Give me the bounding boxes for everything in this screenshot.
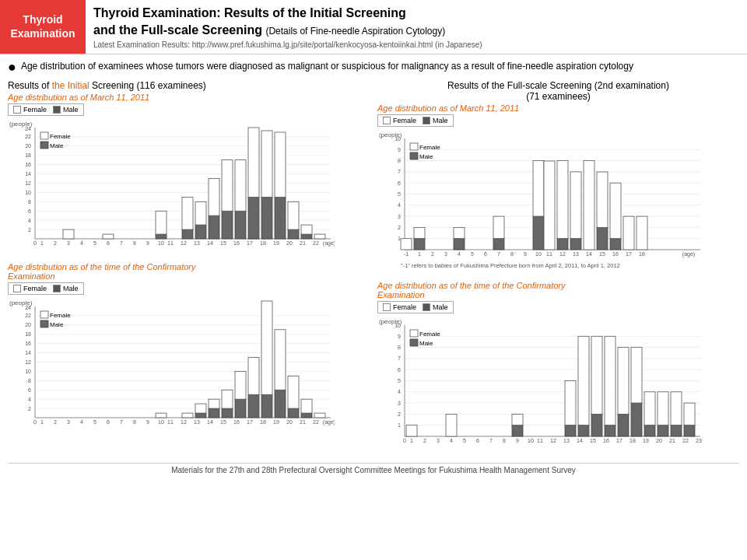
svg-text:(age): (age) — [682, 251, 695, 257]
svg-rect-255 — [544, 161, 555, 250]
svg-text:9: 9 — [398, 147, 401, 152]
svg-text:18: 18 — [630, 438, 636, 443]
svg-text:20: 20 — [286, 419, 293, 425]
chart-initial-march: Age distribution as of March 11, 2011 Fe… — [8, 93, 370, 256]
svg-rect-259 — [570, 172, 581, 239]
svg-text:3: 3 — [437, 438, 440, 443]
svg-text:7: 7 — [120, 240, 123, 246]
svg-text:6: 6 — [107, 240, 110, 246]
svg-rect-121 — [288, 202, 299, 230]
svg-text:4: 4 — [450, 438, 453, 443]
svg-rect-315 — [410, 330, 418, 337]
svg-text:10: 10 — [395, 323, 401, 328]
legend-initial-2: Female Male — [8, 282, 84, 295]
svg-rect-250 — [454, 228, 465, 239]
legend-female: Female — [13, 106, 47, 114]
svg-text:20: 20 — [286, 240, 293, 246]
svg-rect-189 — [248, 395, 259, 418]
svg-rect-119 — [275, 132, 286, 198]
svg-text:6: 6 — [476, 438, 479, 443]
svg-text:2: 2 — [28, 227, 31, 233]
svg-rect-341 — [684, 425, 695, 436]
svg-text:8: 8 — [133, 419, 136, 425]
svg-text:16: 16 — [233, 240, 240, 246]
svg-text:5: 5 — [471, 251, 474, 257]
chart-overlay-initial-1: (people) 2 4 6 8 — [8, 118, 370, 256]
svg-text:16: 16 — [25, 341, 31, 346]
svg-text:15: 15 — [220, 419, 226, 425]
legend-female-2: Female — [13, 285, 47, 292]
svg-text:9: 9 — [146, 240, 149, 246]
svg-text:12: 12 — [25, 359, 31, 365]
svg-text:3: 3 — [67, 419, 70, 425]
svg-text:6: 6 — [398, 180, 401, 186]
female-box-3 — [383, 117, 391, 124]
svg-text:2: 2 — [423, 438, 426, 443]
male-box-3 — [423, 117, 430, 124]
svg-text:14: 14 — [25, 350, 31, 355]
svg-text:Female: Female — [50, 133, 71, 140]
legend-male-4: Male — [423, 303, 448, 311]
initial-screening-col: Results of the Initial Screening (116 ex… — [8, 80, 370, 460]
svg-text:5: 5 — [463, 438, 466, 443]
svg-text:4: 4 — [80, 240, 83, 246]
svg-rect-263 — [610, 239, 621, 250]
header: ThyroidExamination Thyroid Examination: … — [0, 0, 747, 54]
svg-text:21: 21 — [300, 419, 306, 425]
svg-text:24: 24 — [25, 126, 31, 131]
svg-text:6: 6 — [484, 251, 487, 257]
svg-rect-186 — [222, 390, 233, 409]
svg-rect-114 — [248, 198, 259, 240]
svg-text:Female: Female — [419, 144, 440, 151]
svg-text:3: 3 — [444, 251, 447, 257]
main-content: ● Age distribution of examinees whose tu… — [0, 54, 747, 480]
svg-text:1: 1 — [410, 438, 413, 443]
svg-text:16: 16 — [233, 419, 240, 425]
chart-fullscale-march-title: Age distribution as of March 11, 2011 — [377, 103, 739, 113]
svg-rect-183 — [209, 408, 219, 418]
svg-rect-265 — [623, 216, 634, 250]
svg-rect-192 — [261, 301, 272, 394]
svg-rect-113 — [235, 160, 246, 212]
svg-rect-324 — [565, 381, 576, 425]
svg-rect-328 — [591, 337, 602, 415]
svg-text:4: 4 — [28, 218, 31, 223]
svg-rect-247 — [414, 239, 425, 250]
svg-text:10: 10 — [25, 369, 31, 374]
svg-text:8: 8 — [398, 345, 401, 350]
svg-rect-107 — [195, 202, 206, 226]
svg-text:11: 11 — [546, 251, 552, 257]
svg-text:1: 1 — [398, 236, 401, 241]
svg-rect-112 — [235, 212, 246, 240]
svg-text:13: 13 — [573, 251, 579, 257]
svg-text:10: 10 — [158, 240, 164, 246]
svg-rect-320 — [446, 415, 457, 437]
svg-rect-123 — [301, 225, 312, 234]
svg-text:23: 23 — [696, 438, 702, 443]
svg-rect-317 — [410, 339, 418, 346]
svg-text:21: 21 — [300, 240, 306, 246]
svg-text:22: 22 — [313, 419, 319, 425]
svg-text:Male: Male — [50, 142, 64, 149]
svg-text:12: 12 — [25, 180, 31, 186]
url-line: Latest Examination Results: http://www.p… — [93, 40, 739, 49]
svg-text:21: 21 — [669, 438, 675, 443]
svg-rect-104 — [182, 229, 193, 239]
svg-text:22: 22 — [313, 240, 319, 246]
svg-text:9: 9 — [516, 438, 519, 443]
svg-text:2: 2 — [431, 251, 434, 257]
svg-rect-256 — [557, 239, 568, 250]
svg-text:1: 1 — [398, 422, 401, 428]
svg-text:2: 2 — [398, 225, 401, 230]
svg-text:7: 7 — [497, 251, 500, 257]
svg-rect-262 — [597, 172, 608, 227]
svg-text:10: 10 — [528, 438, 534, 443]
svg-rect-199 — [314, 413, 325, 418]
header-text: Thyroid Examination: Results of the Init… — [86, 0, 747, 54]
svg-text:15: 15 — [590, 438, 596, 443]
svg-rect-106 — [195, 225, 206, 239]
svg-text:17: 17 — [616, 438, 622, 443]
svg-text:Male: Male — [50, 321, 64, 328]
svg-rect-100 — [63, 229, 74, 239]
legend-female-3: Female — [383, 117, 416, 124]
